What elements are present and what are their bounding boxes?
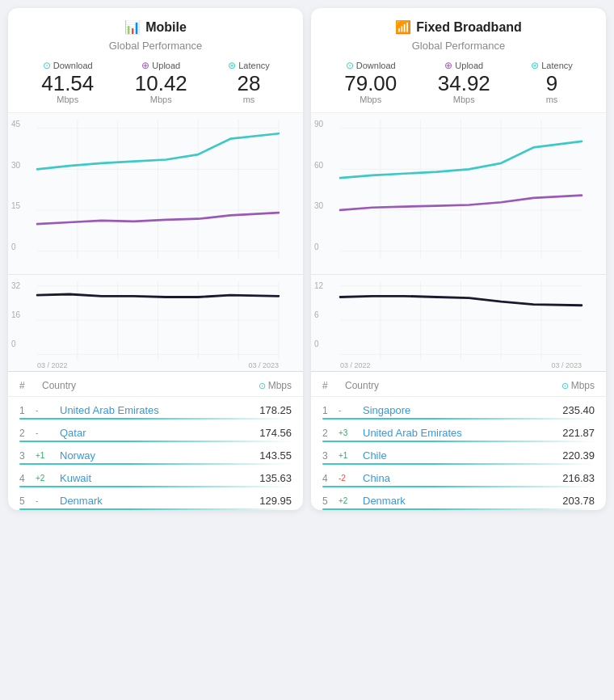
broadband-subtitle: Global Performance (324, 40, 593, 52)
mobile-title: 📊 Mobile (21, 19, 290, 35)
row-country[interactable]: Kuwait (58, 472, 243, 484)
broadband-table-rows: 1 - Singapore 235.40 2 +3 United Arab Em… (311, 397, 606, 510)
row-change: - (36, 496, 58, 505)
row-num: 4 (322, 473, 339, 484)
broadband-metrics: ⊙ Download 79.00 Mbps ⊕ Upload 34.92 Mbp… (324, 60, 593, 104)
broadband-upload: ⊕ Upload 34.92 Mbps (438, 60, 490, 104)
broadband-x-labels: 03 / 2022 03 / 2023 (340, 361, 582, 369)
mobile-table: # Country ⊙ Mbps 1 - United Arab Emirate… (8, 372, 303, 510)
mobile-y-labels-bottom: 32160 (11, 275, 20, 355)
broadband-top-svg (340, 120, 582, 268)
broadband-latency: ⊛ Latency 9 ms (531, 60, 573, 104)
table-row: 2 - Qatar 174.56 (8, 420, 303, 442)
row-change: -2 (339, 474, 361, 483)
table-row: 2 +3 United Arab Emirates 221.87 (311, 420, 606, 442)
bar-chart-icon: 📊 (124, 19, 141, 35)
mobile-metrics: ⊙ Download 41.54 Mbps ⊕ Upload 10.42 Mbp… (21, 60, 290, 104)
table-row: 4 -2 China 216.83 (311, 465, 606, 487)
row-num: 3 (322, 450, 339, 462)
broadband-table-header: # Country ⊙ Mbps (311, 372, 606, 397)
broadband-y-labels-top: 9060300 (314, 113, 323, 258)
broadband-chart-area: 9060300 (311, 113, 606, 372)
row-country[interactable]: Denmark (58, 495, 243, 507)
row-num: 2 (322, 428, 339, 439)
broadband-upload-value: 34.92 (438, 73, 490, 94)
latency-icon: ⊛ (228, 60, 236, 71)
broadband-bottom-svg (340, 281, 582, 365)
broadband-title: 📶 Fixed Broadband (324, 19, 593, 35)
row-change: +3 (339, 428, 361, 437)
table-row: 3 +1 Chile 220.39 (311, 442, 606, 465)
table-row: 5 +2 Denmark 203.78 (311, 487, 606, 510)
row-value: 221.87 (546, 427, 595, 439)
bb-upload-icon: ⊕ (444, 60, 452, 71)
broadband-panel: 📶 Fixed Broadband Global Performance ⊙ D… (311, 8, 606, 510)
wifi-icon: 📶 (395, 19, 411, 35)
mobile-chart-bottom: 32160 03 / 2022 03 / 20 (8, 275, 303, 372)
table-row: 3 +1 Norway 143.55 (8, 442, 303, 465)
row-country[interactable]: United Arab Emirates (58, 404, 243, 416)
row-change: - (339, 406, 361, 415)
row-value: 143.55 (243, 449, 292, 462)
broadband-latency-value: 9 (531, 73, 573, 94)
row-country[interactable]: United Arab Emirates (361, 427, 546, 439)
mobile-panel: 📊 Mobile Global Performance ⊙ Download 4… (8, 8, 303, 510)
row-value: 178.25 (243, 404, 292, 416)
row-num: 5 (322, 495, 339, 507)
row-change: - (36, 428, 58, 437)
broadband-download-value: 79.00 (344, 73, 397, 94)
row-country[interactable]: Qatar (58, 427, 243, 439)
row-num: 5 (19, 495, 36, 507)
row-value: 129.95 (243, 495, 292, 507)
mobile-table-rows: 1 - United Arab Emirates 178.25 2 - Qata… (8, 397, 303, 510)
mobile-subtitle: Global Performance (21, 40, 290, 52)
mobile-y-labels-top: 4530150 (11, 113, 20, 258)
table-row: 4 +2 Kuwait 135.63 (8, 465, 303, 487)
row-change: +1 (36, 451, 58, 460)
row-value: 216.83 (546, 472, 595, 484)
row-num: 4 (19, 473, 36, 484)
row-value: 174.56 (243, 427, 292, 439)
mobile-x-labels: 03 / 2022 03 / 2023 (37, 361, 279, 369)
broadband-download: ⊙ Download 79.00 Mbps (344, 60, 397, 104)
broadband-y-labels-bottom: 1260 (314, 275, 323, 355)
mobile-table-header: # Country ⊙ Mbps (8, 372, 303, 397)
mobile-upload-value: 10.42 (135, 73, 187, 94)
download-icon: ⊙ (43, 60, 51, 71)
broadband-chart-top: 9060300 (311, 113, 606, 275)
mobile-upload: ⊕ Upload 10.42 Mbps (135, 60, 187, 104)
table-row: 1 - Singapore 235.40 (311, 397, 606, 420)
mobile-chart-top: 4530150 (8, 113, 303, 275)
row-country[interactable]: Norway (58, 449, 243, 462)
row-change: - (36, 406, 58, 415)
mobile-latency-value: 28 (228, 73, 270, 94)
mobile-download: ⊙ Download 41.54 Mbps (41, 60, 94, 104)
mobile-bottom-svg (37, 281, 279, 365)
mobile-top-svg (37, 120, 279, 268)
broadband-header: 📶 Fixed Broadband Global Performance ⊙ D… (311, 8, 606, 113)
row-country[interactable]: Denmark (361, 495, 546, 507)
row-num: 3 (19, 450, 36, 462)
download-sort-icon: ⊙ (259, 381, 266, 391)
row-country[interactable]: China (361, 472, 546, 484)
table-row: 1 - United Arab Emirates 178.25 (8, 397, 303, 420)
bb-latency-icon: ⊛ (531, 60, 539, 71)
mobile-download-value: 41.54 (41, 73, 94, 94)
row-change: +2 (339, 496, 361, 505)
row-change: +2 (36, 474, 58, 483)
row-value: 220.39 (546, 449, 595, 462)
row-value: 135.63 (243, 472, 292, 484)
row-country[interactable]: Singapore (361, 404, 546, 416)
bb-download-sort-icon: ⊙ (561, 381, 569, 391)
mobile-chart-area: 4530150 (8, 113, 303, 372)
row-num: 1 (322, 405, 339, 416)
mobile-header: 📊 Mobile Global Performance ⊙ Download 4… (8, 8, 303, 113)
upload-icon: ⊕ (141, 60, 149, 71)
row-change: +1 (339, 451, 361, 460)
mobile-latency: ⊛ Latency 28 ms (228, 60, 270, 104)
row-num: 1 (19, 405, 36, 416)
row-country[interactable]: Chile (361, 449, 546, 462)
broadband-table: # Country ⊙ Mbps 1 - Singapore 235.40 2 … (311, 372, 606, 510)
row-num: 2 (19, 428, 36, 439)
table-row: 5 - Denmark 129.95 (8, 487, 303, 510)
